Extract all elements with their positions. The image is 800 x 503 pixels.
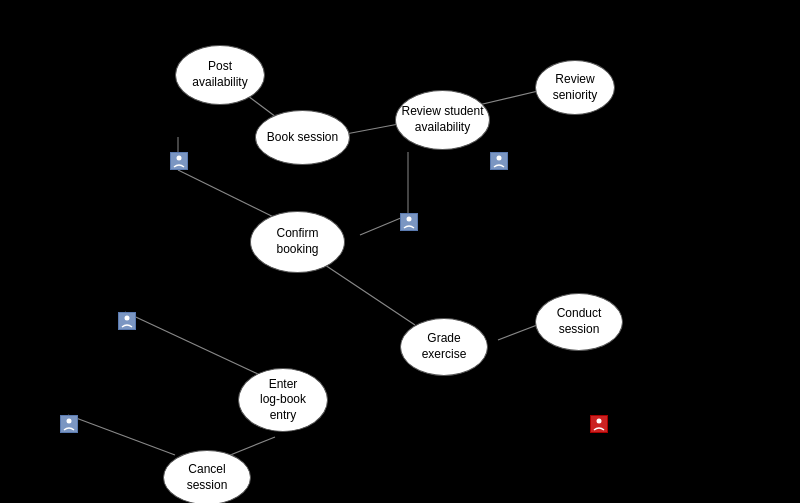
node-grade-exercise: Grade exercise xyxy=(400,318,488,376)
node-grade-exercise-label: Grade exercise xyxy=(422,331,467,362)
node-post-availability: Post availability xyxy=(175,45,265,105)
node-cancel-session-label: Cancel session xyxy=(187,462,228,493)
node-post-availability-label: Post availability xyxy=(192,59,247,90)
svg-point-17 xyxy=(597,419,602,424)
diagram-lines xyxy=(0,0,800,503)
svg-line-11 xyxy=(68,415,175,455)
svg-point-13 xyxy=(497,156,502,161)
actor-icon-1 xyxy=(170,152,188,170)
node-review-student-availability-label: Review student availability xyxy=(401,104,483,135)
node-confirm-booking-label: Confirm booking xyxy=(276,226,318,257)
node-book-session: Book session xyxy=(255,110,350,165)
node-conduct-session: Conduct session xyxy=(535,293,623,351)
actor-icon-5 xyxy=(60,415,78,433)
svg-point-15 xyxy=(125,316,130,321)
actor-icon-6 xyxy=(590,415,608,433)
node-confirm-booking: Confirm booking xyxy=(250,211,345,273)
node-conduct-session-label: Conduct session xyxy=(557,306,602,337)
actor-icon-1-inner xyxy=(171,153,187,169)
actor-icon-3 xyxy=(400,213,418,231)
actor-icon-2-inner xyxy=(491,153,507,169)
svg-line-9 xyxy=(125,312,260,375)
node-review-seniority-label: Review seniority xyxy=(553,72,598,103)
actor-icon-4-inner xyxy=(119,313,135,329)
actor-icon-4 xyxy=(118,312,136,330)
node-review-seniority: Review seniority xyxy=(535,60,615,115)
node-enter-logbook-label: Enter log-book entry xyxy=(260,377,306,424)
actor-icon-6-inner xyxy=(591,416,607,432)
actor-icon-3-inner xyxy=(401,214,417,230)
node-cancel-session: Cancel session xyxy=(163,450,251,503)
actor-icon-5-inner xyxy=(61,416,77,432)
node-book-session-label: Book session xyxy=(267,130,338,146)
node-review-student-availability: Review student availability xyxy=(395,90,490,150)
svg-point-16 xyxy=(67,419,72,424)
svg-point-12 xyxy=(177,156,182,161)
actor-icon-2 xyxy=(490,152,508,170)
node-enter-logbook: Enter log-book entry xyxy=(238,368,328,432)
svg-point-14 xyxy=(407,217,412,222)
